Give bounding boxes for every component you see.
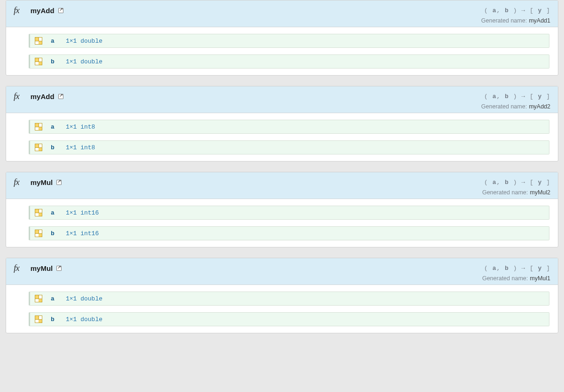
params-area: a1×1 doubleb1×1 double — [6, 27, 558, 75]
generated-name-label: Generated name: — [482, 189, 528, 196]
variable-icon — [35, 58, 42, 65]
param-type: 1×1 int8 — [66, 144, 95, 151]
generated-name-value: myMul2 — [530, 189, 550, 196]
signature-output: y — [538, 7, 542, 14]
function-signature: ( a, b ) → [ y ] — [484, 265, 550, 272]
generated-name-row: Generated name:myMul2 — [14, 189, 550, 196]
param-row[interactable]: a1×1 double — [29, 292, 549, 306]
signature-input: b — [505, 7, 509, 14]
generated-name-label: Generated name: — [481, 103, 527, 110]
param-type: 1×1 double — [66, 295, 102, 302]
param-type: 1×1 double — [66, 58, 102, 65]
function-name: myAdd — [31, 7, 63, 15]
param-row[interactable]: b1×1 int8 — [29, 140, 549, 154]
params-area: a1×1 int16b1×1 int16 — [6, 199, 558, 247]
params-area: a1×1 int8b1×1 int8 — [6, 113, 558, 161]
generated-name-value: myMul1 — [530, 275, 550, 282]
param-name: a — [51, 38, 57, 45]
popout-icon[interactable] — [58, 8, 63, 13]
function-card: fxmyAdd( a, b ) → [ y ]Generated name:my… — [6, 0, 558, 76]
generated-name-value: myAdd2 — [529, 103, 550, 110]
generated-name-label: Generated name: — [481, 17, 527, 24]
variable-icon — [35, 37, 42, 45]
fx-icon: fx — [14, 263, 19, 273]
function-name-text: myMul — [31, 264, 53, 272]
generated-name-row: Generated name:myMul1 — [14, 275, 550, 282]
function-signature: ( a, b ) → [ y ] — [484, 179, 550, 186]
param-name: b — [51, 230, 57, 237]
param-type: 1×1 int8 — [66, 123, 95, 131]
param-type: 1×1 int16 — [66, 230, 99, 237]
signature-output: y — [538, 179, 542, 186]
param-type: 1×1 double — [66, 38, 102, 45]
fx-icon: fx — [14, 91, 19, 101]
function-name: myMul — [31, 178, 62, 186]
fx-icon: fx — [14, 5, 19, 15]
function-name-text: myAdd — [31, 92, 55, 100]
signature-input: b — [505, 179, 509, 186]
function-card: fxmyMul( a, b ) → [ y ]Generated name:my… — [6, 172, 558, 247]
popout-icon[interactable] — [58, 94, 63, 99]
signature-input: b — [505, 265, 509, 272]
signature-output: y — [538, 265, 542, 272]
param-name: a — [51, 123, 57, 131]
param-row[interactable]: a1×1 double — [29, 34, 549, 48]
function-card: fxmyAdd( a, b ) → [ y ]Generated name:my… — [6, 86, 558, 161]
function-name: myAdd — [31, 92, 63, 100]
fx-icon: fx — [14, 177, 19, 187]
param-row[interactable]: b1×1 double — [29, 312, 549, 326]
param-row[interactable]: b1×1 int16 — [29, 226, 549, 240]
variable-icon — [35, 315, 42, 323]
variable-icon — [35, 123, 42, 131]
param-row[interactable]: a1×1 int8 — [29, 120, 549, 134]
generated-name-row: Generated name:myAdd2 — [14, 103, 550, 110]
param-name: b — [51, 58, 57, 65]
signature-input: b — [505, 93, 509, 100]
variable-icon — [35, 144, 42, 151]
function-name-text: myMul — [31, 178, 53, 186]
variable-icon — [35, 295, 42, 302]
param-type: 1×1 int16 — [66, 209, 99, 216]
function-signature: ( a, b ) → [ y ] — [484, 93, 550, 100]
param-name: a — [51, 209, 57, 216]
function-header[interactable]: fxmyMul( a, b ) → [ y ]Generated name:my… — [6, 258, 558, 285]
param-name: b — [51, 144, 57, 151]
param-name: b — [51, 316, 57, 323]
function-header[interactable]: fxmyAdd( a, b ) → [ y ]Generated name:my… — [6, 86, 558, 113]
generated-name-row: Generated name:myAdd1 — [14, 17, 550, 24]
generated-name-value: myAdd1 — [529, 17, 550, 24]
variable-icon — [35, 209, 42, 216]
function-name-text: myAdd — [31, 7, 55, 15]
signature-output: y — [538, 93, 542, 100]
popout-icon[interactable] — [56, 266, 62, 271]
params-area: a1×1 doubleb1×1 double — [6, 285, 558, 333]
param-row[interactable]: b1×1 double — [29, 54, 549, 69]
param-name: a — [51, 295, 57, 302]
function-name: myMul — [31, 264, 62, 272]
function-header[interactable]: fxmyAdd( a, b ) → [ y ]Generated name:my… — [6, 0, 558, 27]
param-row[interactable]: a1×1 int16 — [29, 206, 549, 220]
popout-icon[interactable] — [56, 180, 62, 185]
generated-name-label: Generated name: — [482, 275, 528, 282]
function-header[interactable]: fxmyMul( a, b ) → [ y ]Generated name:my… — [6, 172, 558, 199]
param-type: 1×1 double — [66, 316, 102, 323]
variable-icon — [35, 230, 42, 237]
function-card: fxmyMul( a, b ) → [ y ]Generated name:my… — [6, 258, 558, 333]
function-signature: ( a, b ) → [ y ] — [484, 7, 550, 14]
